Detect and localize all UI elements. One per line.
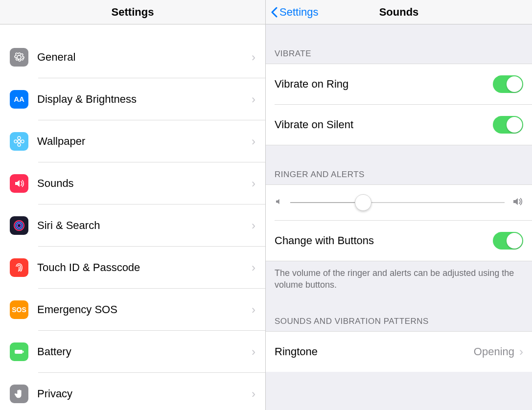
settings-item-touch-id-passcode[interactable]: Touch ID & Passcode › [0, 247, 265, 288]
row-label: Change with Buttons [275, 234, 493, 247]
settings-item-label: Emergency SOS [37, 303, 252, 316]
sounds-detail-pane: Settings Sounds Vibrate Vibrate on Ring … [266, 0, 532, 410]
chevron-right-icon: › [519, 345, 523, 359]
hand-icon [10, 385, 28, 403]
row-ringtone[interactable]: Ringtone Opening › [266, 332, 532, 372]
row-change-with-buttons[interactable]: Change with Buttons [266, 221, 532, 261]
settings-item-privacy[interactable]: Privacy › [0, 373, 265, 410]
volume-high-icon [511, 196, 523, 209]
settings-item-general[interactable]: General › [0, 36, 265, 78]
chevron-left-icon [271, 7, 278, 18]
settings-item-label: Siri & Search [37, 219, 252, 232]
settings-item-label: Wallpaper [37, 135, 252, 148]
svg-rect-9 [23, 351, 24, 353]
right-header: Settings Sounds [266, 0, 532, 24]
left-header: Settings [0, 0, 265, 24]
chevron-right-icon: › [252, 345, 255, 359]
row-vibrate-on-ring[interactable]: Vibrate on Ring [266, 64, 532, 104]
svg-rect-8 [15, 350, 23, 354]
settings-list-pane: Settings General › AA Display & Brightne… [0, 0, 266, 410]
row-vibrate-on-silent[interactable]: Vibrate on Silent [266, 105, 532, 145]
vibrate-group: Vibrate on Ring Vibrate on Silent [266, 64, 532, 145]
ringer-footer-note: The volume of the ringer and alerts can … [266, 261, 532, 298]
siri-icon [10, 216, 28, 235]
left-header-title: Settings [0, 6, 265, 19]
svg-point-2 [18, 143, 21, 146]
chevron-right-icon: › [252, 261, 255, 274]
svg-point-4 [21, 140, 24, 143]
section-header-patterns: Sounds and Vibration Patterns [266, 298, 532, 331]
settings-item-label: Display & Brightness [37, 93, 252, 106]
fingerprint-icon [10, 258, 28, 277]
settings-item-label: Sounds [37, 177, 252, 190]
toggle-change-with-buttons[interactable] [493, 232, 523, 250]
section-header-vibrate: Vibrate [266, 24, 532, 64]
settings-item-label: Privacy [37, 387, 252, 400]
patterns-group: Ringtone Opening › [266, 331, 532, 372]
ringer-alerts-group: Change with Buttons [266, 184, 532, 261]
flower-icon [10, 132, 28, 151]
settings-item-wallpaper[interactable]: Wallpaper › [0, 120, 265, 162]
svg-point-1 [18, 137, 21, 139]
volume-slider[interactable] [290, 202, 505, 203]
speaker-icon [10, 174, 28, 193]
gear-icon [10, 48, 28, 67]
svg-point-0 [18, 140, 21, 143]
back-button[interactable]: Settings [266, 6, 319, 19]
back-button-label: Settings [279, 6, 319, 19]
settings-item-label: Battery [37, 345, 252, 358]
sos-icon: SOS [10, 300, 28, 319]
settings-item-display-brightness[interactable]: AA Display & Brightness › [0, 78, 265, 120]
settings-item-label: Touch ID & Passcode [37, 261, 252, 274]
svg-point-7 [17, 224, 21, 228]
settings-item-battery[interactable]: Battery › [0, 331, 265, 372]
row-label: Vibrate on Ring [275, 78, 493, 91]
toggle-vibrate-on-ring[interactable] [493, 75, 523, 93]
chevron-right-icon: › [252, 219, 255, 232]
svg-point-3 [14, 140, 17, 143]
volume-low-icon [275, 197, 283, 208]
chevron-right-icon: › [252, 92, 255, 106]
chevron-right-icon: › [252, 387, 255, 401]
settings-item-sounds[interactable]: Sounds › [0, 162, 265, 204]
chevron-right-icon: › [252, 303, 255, 317]
row-value: Opening [474, 345, 514, 358]
settings-item-label: General [37, 51, 252, 64]
settings-item-emergency-sos[interactable]: SOS Emergency SOS › [0, 289, 265, 330]
volume-slider-thumb[interactable] [355, 194, 371, 211]
battery-icon [10, 342, 28, 361]
volume-slider-row[interactable] [266, 185, 532, 220]
chevron-right-icon: › [252, 135, 255, 148]
toggle-vibrate-on-silent[interactable] [493, 116, 523, 134]
chevron-right-icon: › [252, 177, 255, 190]
chevron-right-icon: › [252, 50, 255, 64]
row-label: Ringtone [275, 345, 474, 358]
section-header-ringer-alerts: Ringer and Alerts [266, 145, 532, 184]
text-size-icon: AA [10, 90, 28, 109]
settings-item-siri-search[interactable]: Siri & Search › [0, 205, 265, 246]
row-label: Vibrate on Silent [275, 118, 493, 131]
